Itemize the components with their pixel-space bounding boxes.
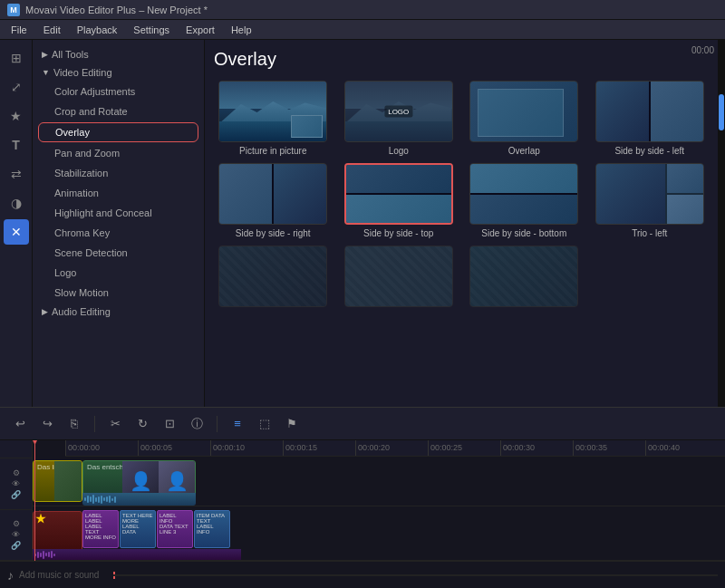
- crop-button[interactable]: ⊡: [159, 413, 180, 435]
- overlay-pip[interactable]: Picture in picture: [214, 81, 333, 156]
- toolbar-sep2: [217, 416, 218, 432]
- track2-lock[interactable]: 🔗: [11, 541, 21, 550]
- music-track: [113, 572, 718, 579]
- track2-eye[interactable]: 👁: [12, 530, 20, 539]
- menu-file[interactable]: File: [4, 23, 34, 37]
- clip-1b-waveform: [82, 493, 196, 506]
- tool-icon[interactable]: ✕: [4, 219, 29, 245]
- overlay-sbs-bottom-label: Side by side - bottom: [481, 228, 566, 238]
- overlay-pip-label: Picture in picture: [239, 146, 306, 156]
- loop-button[interactable]: ↻: [131, 413, 153, 435]
- overlay-sbs-right[interactable]: Side by side - right: [214, 163, 333, 238]
- all-tools-label: All Tools: [52, 49, 89, 60]
- overlay-tight2[interactable]: [340, 246, 459, 311]
- scrollbar-thumb[interactable]: [719, 94, 724, 130]
- overlay-sbs-left-label: Side by side - left: [614, 146, 684, 156]
- all-tools-header[interactable]: ▶ All Tools: [33, 45, 204, 63]
- nav-animation[interactable]: Animation: [33, 183, 204, 203]
- wave9: [106, 496, 108, 502]
- sbs-bottom-upper: [470, 164, 577, 193]
- wave10: [109, 496, 111, 503]
- window-title: Movavi Video Editor Plus – New Project *: [25, 5, 208, 15]
- layers-button[interactable]: ≡: [227, 413, 248, 435]
- sbs-top-upper: [346, 165, 451, 193]
- undo-button[interactable]: ↩: [9, 413, 31, 435]
- split-icon[interactable]: ⤢: [4, 74, 29, 100]
- video-editing-arrow: ▼: [42, 68, 50, 77]
- nav-crop-rotate[interactable]: Crop and Rotate: [33, 101, 204, 121]
- overlay-sbs-left[interactable]: Side by side - left: [591, 81, 710, 156]
- nav-overlay[interactable]: Overlay: [38, 122, 198, 142]
- filter-icon[interactable]: ◑: [4, 190, 29, 216]
- menu-edit[interactable]: Edit: [36, 23, 68, 37]
- overlay-sbs-top-thumb: [344, 163, 453, 225]
- audio-editing-arrow: ▶: [42, 307, 48, 316]
- overlay-tight1[interactable]: [214, 246, 333, 311]
- audio-editing-header[interactable]: ▶ Audio Editing: [33, 303, 204, 321]
- panel-button[interactable]: ⬚: [254, 413, 276, 435]
- w2-3: [40, 553, 42, 557]
- nav-pan-zoom[interactable]: Pan and Zoom: [33, 143, 204, 163]
- sbs-bottom-lower: [470, 195, 577, 224]
- track1-controls: ⚙ 👁 🔗: [0, 458, 32, 510]
- timeline-section: ↩ ↪ ⎘ ✂ ↻ ⊡ ⓘ ≡ ⬚ ⚑ ⚙ 👁 🔗 ⚙ 👁 🔗: [0, 407, 725, 588]
- wave4: [92, 495, 94, 504]
- track1-settings[interactable]: ⚙: [13, 468, 20, 477]
- audio-editing-label: Audio Editing: [52, 306, 111, 317]
- nav-scene-detection[interactable]: Scene Detection: [33, 243, 204, 263]
- w2-4: [43, 551, 44, 559]
- nav-stabilization[interactable]: Stabilization: [33, 163, 204, 183]
- menu-settings[interactable]: Settings: [126, 23, 177, 37]
- sound-label: Add music or sound: [19, 570, 99, 580]
- menu-playback[interactable]: Playback: [70, 23, 125, 37]
- title-bar: M Movavi Video Editor Plus – New Project…: [0, 0, 725, 20]
- w2-8: [53, 554, 55, 556]
- track2-waveform: [33, 549, 241, 560]
- wave7: [101, 496, 102, 504]
- clip-video-1a[interactable]: Das liebts...: [33, 460, 82, 502]
- nav-logo[interactable]: Logo: [33, 263, 204, 283]
- titles-icon[interactable]: T: [4, 132, 29, 158]
- trio-main: [596, 164, 666, 224]
- subtitle-clip-2[interactable]: TEXT HEREMORE LABELDATA: [120, 510, 156, 548]
- subtitle-clip-4[interactable]: ITEM DATATEXT LABELINFO: [194, 510, 230, 548]
- wave12: [114, 496, 116, 503]
- media-icon[interactable]: ⊞: [4, 45, 29, 71]
- transitions-icon[interactable]: ⇄: [4, 161, 29, 187]
- overlay-tight3[interactable]: [465, 246, 584, 311]
- effects-icon[interactable]: ★: [4, 103, 29, 129]
- nav-chroma-key[interactable]: Chroma Key: [33, 223, 204, 243]
- info-button[interactable]: ⓘ: [186, 413, 208, 435]
- video-editing-header[interactable]: ▼ Video Editing: [33, 63, 204, 82]
- flag-button[interactable]: ⚑: [281, 413, 303, 435]
- menu-help[interactable]: Help: [224, 23, 259, 37]
- overlay-grid: Picture in picture LOGO Logo: [214, 81, 709, 311]
- logo-water: [345, 121, 452, 141]
- cut-button[interactable]: ✂: [104, 413, 126, 435]
- timeline-playhead[interactable]: [34, 440, 35, 561]
- copy-button[interactable]: ⎘: [63, 413, 85, 435]
- timeline-ruler: 00:00:00 00:00:05 00:00:10 00:00:15 00:0…: [65, 440, 725, 457]
- track2-settings[interactable]: ⚙: [13, 519, 20, 528]
- wave2: [87, 496, 89, 503]
- sbs-right-second: [274, 164, 326, 224]
- nav-slow-motion[interactable]: Slow Motion: [33, 283, 204, 303]
- right-scrollbar[interactable]: 00:00: [718, 40, 725, 407]
- nav-color-adjustments[interactable]: Color Adjustments: [33, 82, 204, 101]
- overlay-trio-left[interactable]: Trio - left: [591, 163, 710, 238]
- overlay-sbs-bottom[interactable]: Side by side - bottom: [465, 163, 584, 238]
- wave3: [90, 496, 92, 502]
- track1-lock[interactable]: 🔗: [11, 490, 21, 499]
- redo-button[interactable]: ↪: [36, 413, 58, 435]
- overlay-logo[interactable]: LOGO Logo: [340, 81, 459, 156]
- menu-bar: File Edit Playback Settings Export Help: [0, 20, 725, 40]
- track1-eye[interactable]: 👁: [12, 479, 20, 488]
- overlay-sbs-top[interactable]: Side by side - top: [340, 163, 459, 238]
- wave1: [84, 497, 86, 501]
- nav-highlight-conceal[interactable]: Highlight and Conceal: [33, 203, 204, 223]
- subtitle-clip-3[interactable]: LABEL INFODATA TEXTLINE 3: [157, 510, 193, 548]
- subtitle-clip-1[interactable]: LABEL LABELLABEL TEXTMORE INFO: [82, 510, 119, 548]
- menu-export[interactable]: Export: [179, 23, 222, 37]
- overlay-overlap[interactable]: Overlap: [465, 81, 584, 156]
- video-editing-label: Video Editing: [53, 67, 112, 78]
